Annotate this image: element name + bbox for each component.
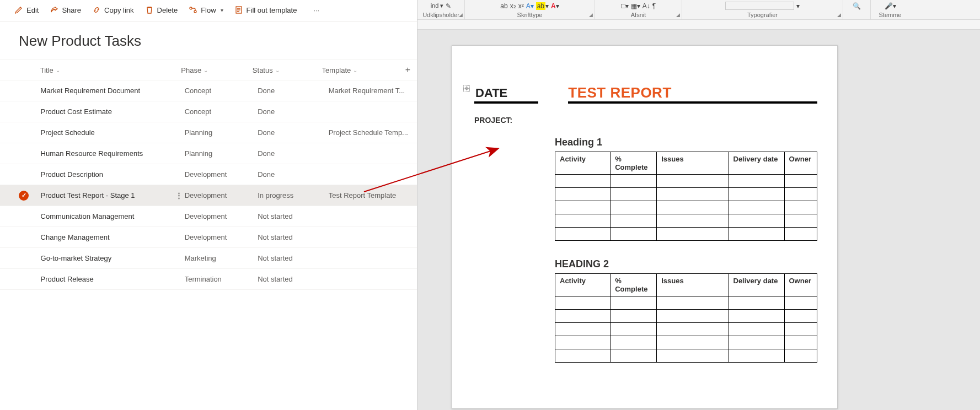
th-owner[interactable]: Owner [784, 274, 817, 296]
flow-button[interactable]: Flow ▾ [184, 3, 227, 17]
th-issues[interactable]: Issues [657, 152, 729, 175]
text-effects-icon[interactable]: A▾ [526, 2, 534, 10]
report-title[interactable]: TEST REPORT [568, 84, 817, 104]
dialog-launcher-icon[interactable]: ◢ [837, 12, 841, 18]
row-status: Done [258, 87, 329, 95]
edit-button[interactable]: Edit [10, 3, 43, 17]
th-complete[interactable]: % Complete [611, 274, 657, 296]
table-row[interactable]: Change ManagementDevelopmentNot started [0, 227, 417, 248]
table-row[interactable]: Human Resource RequirementsPlanningDone [0, 143, 417, 164]
row-title[interactable]: Human Resource Requirements [41, 149, 185, 158]
chevron-down-icon: ▾ [221, 7, 223, 13]
table-anchor-icon[interactable]: ✥ [463, 85, 470, 92]
sharepoint-list-pane: Edit Share Copy link Delete Flow ▾ [0, 0, 417, 410]
th-activity[interactable]: Activity [555, 152, 611, 175]
th-delivery[interactable]: Delivery date [729, 152, 784, 175]
row-phase: Termination [185, 275, 258, 283]
copy-link-button[interactable]: Copy link [88, 3, 138, 17]
column-header-title[interactable]: Title⌄ [40, 66, 181, 74]
heading-1[interactable]: Heading 1 [555, 137, 817, 148]
row-phase: Planning [185, 128, 258, 137]
table-row[interactable]: Market Requirement DocumentConceptDoneMa… [0, 80, 417, 101]
format-painter-icon[interactable]: ✎ [446, 2, 451, 10]
table-row[interactable]: ✓Product Test Report - Stage 1⋮Developme… [0, 185, 417, 206]
report-table-1[interactable]: Activity % Complete Issues Delivery date… [555, 152, 817, 241]
row-title[interactable]: Product Cost Estimate [41, 107, 185, 116]
row-status: In progress [258, 191, 329, 199]
th-delivery[interactable]: Delivery date [729, 274, 784, 296]
column-header-template[interactable]: Template⌄ [322, 66, 402, 74]
fill-template-button[interactable]: Fill out template [230, 3, 302, 17]
highlight-icon[interactable]: ab▾ [536, 2, 549, 10]
column-header-phase[interactable]: Phase⌄ [181, 66, 253, 74]
flow-label: Flow [201, 6, 216, 14]
row-title[interactable]: Product Test Report - Stage 1 [41, 191, 174, 199]
share-button[interactable]: Share [45, 3, 85, 17]
ruler [417, 20, 980, 30]
row-status: Done [258, 170, 329, 179]
shading-icon[interactable]: ▾ [621, 2, 629, 10]
date-heading[interactable]: DATE [474, 86, 538, 104]
row-title[interactable]: Communication Management [41, 212, 185, 220]
find-icon[interactable]: 🔍 [853, 2, 861, 10]
report-table-2[interactable]: Activity % Complete Issues Delivery date… [555, 273, 817, 363]
row-title[interactable]: Project Schedule [41, 128, 185, 137]
th-activity[interactable]: Activity [555, 274, 611, 296]
dialog-launcher-icon[interactable]: ◢ [589, 12, 593, 18]
subscript-icon[interactable]: x₂ [510, 2, 516, 10]
ribbon-group-find: 🔍 [843, 0, 871, 19]
row-more-button[interactable]: ⋮ [174, 191, 185, 199]
delete-button[interactable]: Delete [141, 3, 183, 17]
row-template: Project Schedule Temp... [329, 128, 410, 137]
sort-icon[interactable]: A↓ [642, 2, 650, 10]
row-template: Test Report Template [329, 191, 410, 199]
table-row[interactable]: Go-to-market StrategyMarketingNot starte… [0, 248, 417, 269]
row-title[interactable]: Market Requirement Document [41, 87, 185, 95]
chevron-down-icon: ⌄ [353, 67, 357, 73]
grid-header-row: Title⌄ Phase⌄ Status⌄ Template⌄ + [0, 60, 417, 80]
th-owner[interactable]: Owner [784, 152, 817, 175]
th-issues[interactable]: Issues [657, 274, 729, 296]
paste-button[interactable]: ind ▾ [431, 2, 444, 9]
dictate-icon[interactable]: 🎤▾ [885, 2, 896, 10]
document-scroll-area[interactable]: ✥ DATE TEST REPORT PROJECT: Heading 1 Ac… [417, 30, 980, 410]
chevron-down-icon: ⌄ [56, 67, 60, 73]
dialog-launcher-icon[interactable]: ◢ [459, 12, 463, 18]
show-marks-icon[interactable]: ¶ [652, 2, 656, 10]
row-phase: Marketing [185, 254, 258, 262]
table-row[interactable]: Product DescriptionDevelopmentDone [0, 164, 417, 185]
table-row[interactable]: Product Cost EstimateConceptDone [0, 101, 417, 122]
ribbon-group-voice: 🎤▾ Stemme [871, 0, 909, 19]
ribbon-group-paragraph: ▾ ▦▾ A↓ ¶ Afsnit ◢ [595, 0, 682, 19]
heading-2[interactable]: HEADING 2 [555, 258, 817, 270]
table-row[interactable]: Communication ManagementDevelopmentNot s… [0, 206, 417, 227]
dialog-launcher-icon[interactable]: ◢ [676, 12, 680, 18]
row-select-indicator[interactable]: ✓ [19, 191, 41, 201]
share-label: Share [62, 6, 81, 14]
add-column-button[interactable]: + [402, 65, 410, 75]
styles-gallery[interactable] [725, 2, 794, 10]
row-title[interactable]: Product Release [41, 275, 185, 283]
row-status: Not started [258, 212, 329, 220]
more-commands-button[interactable]: ··· [309, 4, 324, 17]
styles-expand-icon[interactable]: ▾ [796, 2, 800, 10]
th-complete[interactable]: % Complete [611, 152, 657, 175]
trash-icon [145, 6, 154, 14]
row-title[interactable]: Go-to-market Strategy [41, 254, 185, 262]
borders-icon[interactable]: ▦▾ [631, 2, 640, 10]
copy-link-label: Copy link [104, 6, 133, 14]
superscript-icon[interactable]: x² [518, 2, 524, 10]
svg-point-1 [194, 10, 196, 13]
flow-icon [189, 6, 197, 14]
document-page[interactable]: ✥ DATE TEST REPORT PROJECT: Heading 1 Ac… [452, 45, 838, 409]
row-title[interactable]: Change Management [41, 233, 185, 241]
row-title[interactable]: Product Description [41, 170, 185, 179]
row-status: Not started [258, 254, 329, 262]
table-row[interactable]: Project SchedulePlanningDoneProject Sche… [0, 122, 417, 143]
project-label[interactable]: PROJECT: [474, 116, 540, 125]
column-header-status[interactable]: Status⌄ [253, 66, 322, 74]
strikethrough-icon[interactable]: ab [500, 2, 507, 10]
row-phase: Concept [185, 87, 258, 95]
font-color-icon[interactable]: A▾ [551, 2, 559, 10]
table-row[interactable]: Product ReleaseTerminationNot started [0, 269, 417, 290]
